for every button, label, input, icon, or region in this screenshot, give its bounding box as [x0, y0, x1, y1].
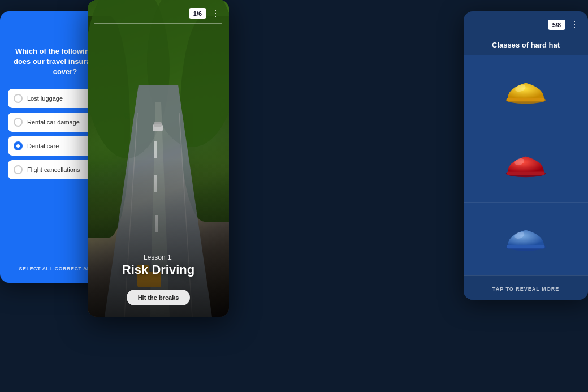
option-label-dental-care: Dental care [27, 143, 59, 149]
option-label-lost-luggage: Lost luggage [27, 95, 63, 102]
lesson-title-area: Lesson 1: Risk Driving [88, 253, 229, 277]
option-radio-flight-cancel [14, 165, 23, 174]
svg-rect-15 [507, 98, 544, 101]
lesson-button-area: Hit the breaks [88, 290, 229, 305]
lesson-card: 1/6 ⋮ Lesson 1: Risk Driving Hit the bre… [88, 0, 229, 317]
lesson-header-row: 1/6 ⋮ [94, 7, 222, 20]
hardhat-footer[interactable]: TAP TO REVEAL MORE [464, 275, 588, 300]
hardhat-header: 5/8 ⋮ Classes of hard hat [464, 11, 588, 55]
hardhat-item-red[interactable] [464, 128, 588, 202]
lesson-progress-badge: 1/6 [189, 8, 206, 19]
lesson-background: 1/6 ⋮ Lesson 1: Risk Driving Hit the bre… [88, 0, 229, 317]
lesson-cta-button[interactable]: Hit the breaks [127, 290, 191, 305]
hardhat-yellow-icon [503, 75, 548, 109]
lesson-subtitle: Lesson 1: [97, 253, 220, 261]
hardhat-card: 5/8 ⋮ Classes of hard hat [464, 11, 588, 300]
option-radio-lost-luggage [14, 94, 23, 103]
hardhat-progress-badge: 5/8 [548, 20, 565, 30]
hardhat-blue-icon [503, 222, 548, 256]
hardhat-list [464, 55, 588, 275]
svg-rect-18 [507, 172, 544, 175]
svg-rect-21 [507, 245, 544, 249]
lesson-title: Risk Driving [97, 262, 220, 277]
hardhat-red-icon [503, 148, 548, 182]
hardhat-header-row: 5/8 ⋮ [470, 18, 581, 31]
option-label-flight-cancel: Flight cancellations [27, 166, 80, 173]
hardhat-title: Classes of hard hat [470, 41, 581, 49]
option-label-rental-car: Rental car damage [27, 119, 80, 126]
hardhat-item-blue[interactable] [464, 203, 588, 275]
lesson-divider [94, 23, 222, 24]
lesson-menu-button[interactable]: ⋮ [209, 7, 222, 20]
hardhat-item-yellow[interactable] [464, 55, 588, 128]
lesson-header: 1/6 ⋮ [88, 0, 229, 24]
tap-reveal-label: TAP TO REVEAL MORE [492, 286, 559, 292]
hardhat-divider [470, 35, 581, 35]
option-radio-rental-car [14, 118, 23, 127]
option-radio-dental-care [14, 141, 23, 150]
hardhat-menu-button[interactable]: ⋮ [568, 18, 581, 31]
